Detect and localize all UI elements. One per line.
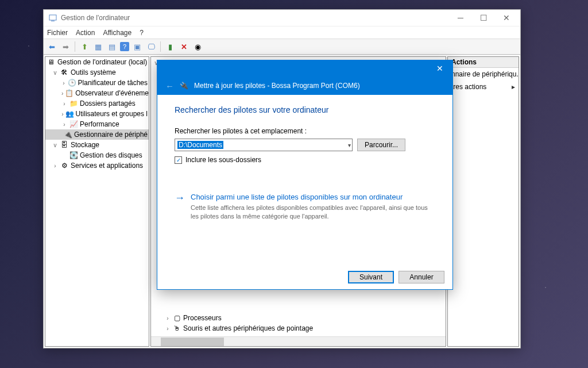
dialog-heading: Rechercher des pilotes sur votre ordinat… — [175, 105, 435, 114]
up-button[interactable]: ⬆ — [79, 41, 90, 52]
option-title: Choisir parmi une liste de pilotes dispo… — [191, 193, 435, 201]
actions-item-device-mgr[interactable]: nnaire de périphériqu...▴ — [448, 68, 519, 80]
tools-icon: 🛠 — [60, 68, 69, 77]
tree-services[interactable]: ›⚙Services et applications — [45, 160, 149, 171]
computer-icon: 🖥 — [47, 57, 56, 67]
navigation-tree[interactable]: 🖥Gestion de l'ordinateur (local) v🛠Outil… — [45, 56, 149, 347]
dialog-button-row: Suivant Annuler — [157, 265, 452, 289]
perf-icon: 📈 — [69, 120, 78, 129]
scan-button[interactable]: ▮ — [164, 41, 176, 52]
actions-pane: Actions nnaire de périphériqu...▴ tres a… — [447, 56, 519, 347]
dialog-body: Rechercher des pilotes sur votre ordinat… — [157, 95, 452, 265]
device-pointing[interactable]: ›🖱Souris et autres périphériques de poin… — [153, 323, 314, 334]
refresh-button[interactable]: ▣ — [131, 41, 143, 52]
browse-button[interactable]: Parcourir... — [357, 139, 405, 151]
next-button[interactable]: Suivant — [348, 271, 394, 283]
checkbox-icon: ✓ — [175, 156, 182, 164]
cancel-button[interactable]: Annuler — [399, 271, 444, 283]
search-location-label: Rechercher les pilotes à cet emplacement… — [175, 127, 435, 135]
storage-icon: 🗄 — [60, 140, 69, 150]
delete-button[interactable]: ✕ — [178, 41, 189, 52]
path-combobox[interactable]: D:\Documents ▾ — [175, 139, 353, 151]
close-button[interactable]: ✕ — [495, 10, 518, 25]
menu-action[interactable]: Action — [76, 29, 95, 37]
path-value: D:\Documents — [177, 141, 223, 149]
tree-event-viewer[interactable]: ›📋Observateur d'événeme — [45, 88, 149, 98]
show-hide-tree-button[interactable]: ▦ — [92, 41, 104, 52]
disk-icon: 💽 — [69, 151, 78, 160]
titlebar[interactable]: Gestion de l'ordinateur ─ ☐ ✕ — [44, 10, 520, 26]
scrollbar-thumb[interactable] — [161, 338, 224, 346]
export-button[interactable]: 🖵 — [145, 41, 157, 52]
include-subfolders-checkbox[interactable]: ✓ Inclure les sous-dossiers — [175, 156, 435, 164]
maximize-button[interactable]: ☐ — [472, 10, 495, 25]
device-small-icon: 🔌 — [180, 82, 188, 90]
dialog-titlebar[interactable]: ✕ — [157, 60, 452, 76]
menu-help[interactable]: ? — [140, 29, 144, 37]
actions-header: Actions — [448, 57, 519, 68]
services-icon: ⚙ — [60, 161, 69, 170]
properties-button[interactable]: ▤ — [106, 41, 118, 52]
forward-button[interactable]: ➡ — [60, 41, 71, 52]
dialog-back-button[interactable]: ← — [165, 81, 174, 91]
help-button[interactable]: ? — [120, 42, 129, 51]
update-driver-dialog: ✕ ← 🔌 Mettre à jour les pilotes - Bossa … — [157, 60, 453, 290]
actions-item-more[interactable]: tres actions▸ — [448, 80, 519, 93]
clock-icon: 🕒 — [68, 78, 76, 87]
tree-storage[interactable]: v🗄Stockage — [45, 140, 149, 150]
dialog-close-button[interactable]: ✕ — [428, 61, 451, 76]
menu-view[interactable]: Affichage — [103, 29, 131, 37]
menu-file[interactable]: Fichier — [47, 29, 68, 37]
dropdown-icon[interactable]: ▾ — [348, 142, 351, 148]
window-title: Gestion de l'ordinateur — [61, 14, 449, 22]
mouse-icon: 🖱 — [172, 324, 181, 333]
menu-bar: Fichier Action Affichage ? — [44, 26, 520, 39]
svg-rect-0 — [49, 15, 56, 20]
update-button[interactable]: ◉ — [192, 41, 203, 52]
arrow-right-icon: → — [175, 193, 185, 221]
device-icon: 🔌 — [64, 130, 72, 139]
svg-rect-1 — [51, 21, 55, 21]
event-icon: 📋 — [65, 89, 74, 98]
app-icon — [48, 13, 57, 22]
toolbar: ⬅ ➡ ⬆ ▦ ▤ ? ▣ 🖵 ▮ ✕ ◉ — [44, 39, 520, 55]
users-icon: 👥 — [65, 109, 74, 118]
tree-device-manager[interactable]: 🔌Gestionnaire de périphé — [45, 129, 149, 140]
option-description: Cette liste affichera les pilotes dispon… — [191, 204, 435, 221]
back-button[interactable]: ⬅ — [46, 41, 57, 52]
horizontal-scrollbar[interactable] — [151, 336, 446, 346]
cpu-icon: ▢ — [172, 313, 181, 323]
expand-icon: ▸ — [512, 83, 515, 91]
device-processors[interactable]: ›▢Processeurs — [153, 313, 314, 323]
tree-shared-folders[interactable]: ›📁Dossiers partagés — [45, 98, 149, 109]
tree-task-scheduler[interactable]: ›🕒Planificateur de tâches — [45, 78, 149, 88]
pick-from-list-option[interactable]: → Choisir parmi une liste de pilotes dis… — [175, 193, 435, 221]
minimize-button[interactable]: ─ — [449, 10, 472, 25]
tree-root[interactable]: 🖥Gestion de l'ordinateur (local) — [45, 57, 149, 67]
tree-system-tools[interactable]: v🛠Outils système — [45, 67, 149, 78]
checkbox-label: Inclure les sous-dossiers — [185, 156, 261, 164]
dialog-header: ← 🔌 Mettre à jour les pilotes - Bossa Pr… — [157, 76, 452, 95]
tree-disk-mgmt[interactable]: 💽Gestion des disques — [45, 150, 149, 160]
folder-icon: 📁 — [69, 99, 78, 108]
dialog-title-text: Mettre à jour les pilotes - Bossa Progra… — [194, 82, 360, 90]
tree-users-groups[interactable]: ›👥Utilisateurs et groupes l — [45, 109, 149, 119]
tree-performance[interactable]: ›📈Performance — [45, 119, 149, 129]
